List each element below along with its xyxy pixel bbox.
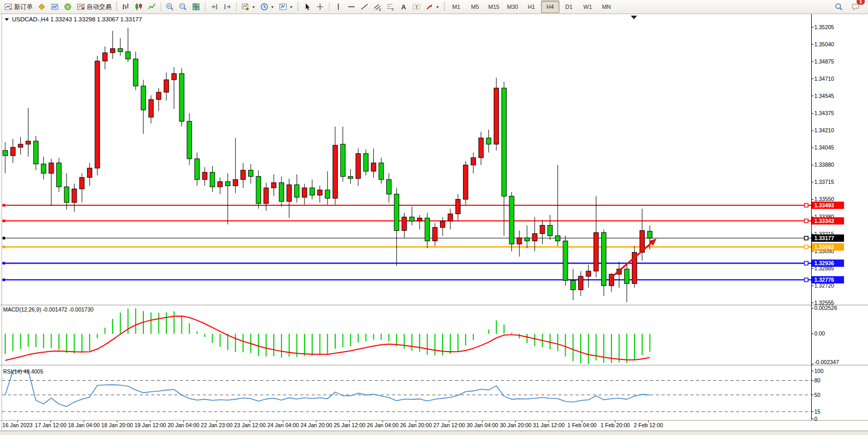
candle-body-down [548,226,553,236]
hline-right-handle[interactable] [804,278,808,282]
toolbar: 新订单自动交易▼▼▼EFAT▼M1M5M15M30H1H4D1W1MN1 [0,0,868,14]
arrows-button[interactable]: ▼ [423,1,442,13]
hline-left-handle[interactable] [3,204,5,207]
chart-profile-button[interactable] [48,1,61,13]
signal-icon [64,3,72,11]
timeframe-button-h4[interactable]: H4 [541,1,559,13]
price-axis-label: 1.34545 [814,93,834,99]
toolbar-separator [329,2,329,11]
price-axis-label: 1.35205 [814,24,834,30]
candle-body-up [371,163,376,171]
zoom-in-button[interactable] [164,1,176,13]
candle-body-up [18,144,23,147]
hline-right-handle[interactable] [804,245,808,249]
candle-body-up [95,61,100,168]
auto-scroll-button[interactable] [208,1,221,13]
gold-widget-button[interactable] [35,1,48,13]
hline-left-handle[interactable] [3,219,5,222]
hline-right-handle[interactable] [804,262,808,265]
cursor-icon [303,3,311,11]
candle-body-up [202,172,207,180]
candle-body-down [625,269,629,283]
community-chat-button[interactable]: 1 [849,1,862,13]
timeframe-button-m1[interactable]: M1 [447,1,466,13]
candle-body-down [425,218,430,241]
line-chart-button[interactable] [145,1,158,13]
timeframe-button-mn[interactable]: MN [597,1,616,13]
periods-button[interactable]: ▼ [258,1,276,13]
candle-body-up [302,188,307,197]
bars-chart-button[interactable] [119,1,132,13]
equidistant-channel-button[interactable]: E [371,1,384,13]
candle-body-down [363,154,368,171]
new-order-button[interactable]: 新订单 [2,1,35,13]
svg-text:E: E [379,8,382,11]
hline-left-handle[interactable] [3,279,5,281]
fibonacci-button[interactable]: F [384,1,397,13]
candle-body-down [133,59,138,86]
chart-profile-icon [51,3,59,11]
timeframe-button-mn-label: MN [602,4,611,10]
zoom-out-button[interactable] [177,1,189,13]
candle-body-up [471,158,475,165]
time-axis-label: 26 Jan 20:00 [400,422,432,428]
hline-right-handle[interactable] [804,237,808,240]
tile-windows-icon [192,3,200,11]
horizontal-line-icon [347,3,356,11]
vertical-line-button[interactable] [332,1,345,13]
candle-body-down [187,121,192,159]
hline-right-handle[interactable] [804,219,808,222]
candlestick-chart-button[interactable] [132,1,145,13]
signal-button[interactable] [62,1,74,13]
autotrading-button-label: 自动交易 [87,3,112,11]
candle-body-up [540,226,545,234]
timeframe-button-m30[interactable]: M30 [504,1,522,13]
search-button[interactable] [833,1,845,13]
timeframe-button-w1-label: W1 [583,4,592,10]
timeframe-button-m5[interactable]: M5 [466,1,484,13]
candle-body-up [49,163,54,173]
cursor-button[interactable] [301,1,313,13]
crosshair-icon [316,3,324,11]
svg-text:1.33177: 1.33177 [814,235,834,241]
candle-body-up [156,92,161,100]
candle-body-down [279,183,284,202]
trendline-button[interactable] [358,1,371,13]
add-indicator-button[interactable]: ▼ [239,1,258,13]
rsi-axis-label: 50 [814,392,821,398]
rsi-label: RSI(14) 48.4005 [3,368,43,375]
candle-body-down [210,172,215,187]
hline-left-handle[interactable] [3,246,5,248]
autotrading-button[interactable]: 自动交易 [75,1,114,13]
price-axis-label: 1.33880 [814,161,834,168]
candle-body-down [57,163,62,187]
macd-axis-label: 0.00 [814,330,825,337]
timeframe-button-m15[interactable]: M15 [485,1,503,13]
candle-body-up [579,276,583,290]
equidistant-channel-icon: E [373,3,382,11]
candle-body-down [410,217,414,221]
candle-body-down [379,163,384,180]
templates-icon [279,3,287,11]
candle-body-up [494,88,499,144]
chart-shift-button[interactable] [221,1,234,13]
toolbar-grip [116,2,117,11]
timeframe-button-w1[interactable]: W1 [579,1,597,13]
hline-left-handle[interactable] [3,262,5,265]
timeframe-button-h1[interactable]: H1 [522,1,541,13]
text-button[interactable]: A [397,1,410,13]
templates-button[interactable]: ▼ [277,1,295,13]
hline-left-handle[interactable] [3,237,5,240]
time-axis-label: 18 Jan 04:00 [68,422,100,428]
hline-right-handle[interactable] [804,204,808,207]
tile-windows-button[interactable] [190,1,202,13]
candle-body-up [456,200,460,214]
timeframe-button-d1[interactable]: D1 [560,1,578,13]
crosshair-button[interactable] [314,1,326,13]
text-label-button[interactable]: T [410,1,423,13]
chart-window[interactable]: 1.352051.350401.348751.347101.345451.343… [0,0,868,435]
svg-text:1.32936: 1.32936 [814,260,834,266]
candle-body-down [310,188,314,195]
horizontal-line-button[interactable] [345,1,358,13]
time-axis-label: 2 Feb 12:00 [634,422,663,428]
